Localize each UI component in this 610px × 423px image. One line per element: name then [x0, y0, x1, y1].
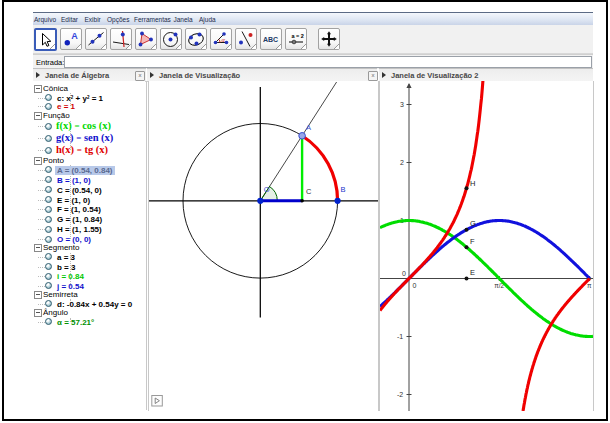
svg-text:α: α [221, 36, 225, 43]
svg-text:A: A [306, 123, 311, 132]
svg-text:3: 3 [400, 101, 404, 108]
svg-text:A: A [71, 31, 78, 41]
svg-text:G: G [470, 219, 476, 228]
svg-text:π: π [587, 282, 592, 289]
svg-text:F: F [470, 237, 475, 246]
svg-text:B: B [340, 185, 345, 194]
svg-text:ABC: ABC [263, 36, 278, 43]
svg-text:H: H [470, 179, 475, 188]
svg-text:C: C [306, 187, 312, 196]
svg-text:a = 2: a = 2 [292, 33, 304, 39]
svg-text:E: E [470, 268, 475, 277]
svg-text:0: 0 [413, 282, 417, 289]
svg-text:O: O [263, 185, 269, 194]
svg-text:-1: -1 [397, 333, 403, 340]
svg-text:-2: -2 [397, 391, 403, 398]
svg-text:2: 2 [400, 159, 404, 166]
svg-text:0: 0 [402, 270, 406, 277]
